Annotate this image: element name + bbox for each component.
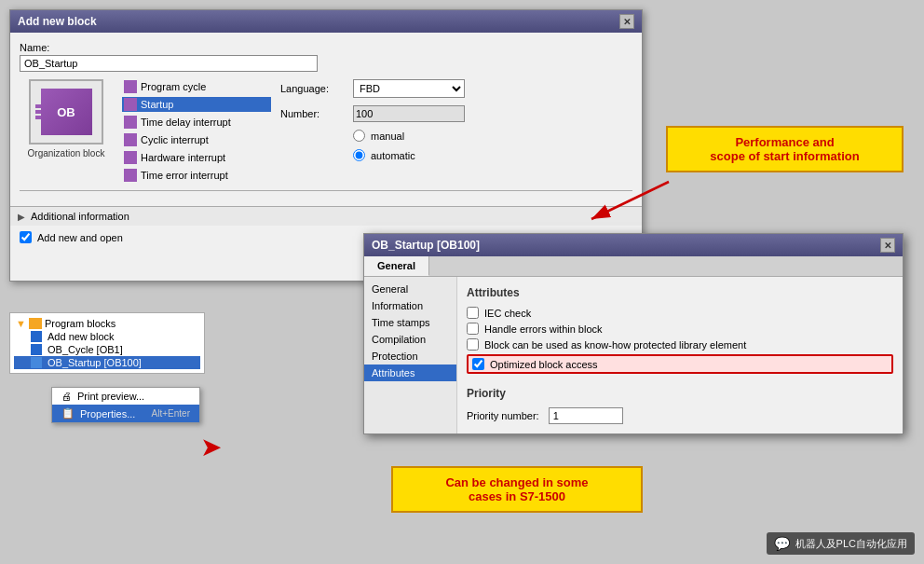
print-label: Print preview... [77,391,144,402]
iec-check-row: IEC check [467,307,893,319]
org-block-box: OB Organization block [20,79,113,183]
right-panel: Language: FBD LAD STL Number: manual [280,79,632,183]
props-icon: 📋 [61,407,75,420]
block-type-time-delay[interactable]: Time delay interrupt [122,115,271,130]
close-button[interactable]: ✕ [619,14,634,29]
nav-attributes[interactable]: Attributes [364,365,456,381]
tree-panel: ▼ Program blocks Add new block OB_Cycle … [9,312,205,374]
attributes-title: Attributes [467,286,893,299]
nav-time-stamps[interactable]: Time stamps [364,314,456,331]
know-how-checkbox[interactable] [467,338,479,351]
optimized-access-label: Optimized block access [490,359,598,370]
changed-annotation: Can be changed in somecases in S7-1500 [391,466,643,513]
add-open-checkbox[interactable] [20,231,32,243]
block-icon-time-delay [124,116,137,129]
handle-errors-label: Handle errors within block [484,323,603,335]
props-titlebar: OB_Startup [OB100] ✕ [364,234,903,256]
props-content: General Information Time stamps Compilat… [364,277,903,433]
separator [20,190,632,191]
tree-folder-icon: ▼ [16,318,26,329]
additional-section[interactable]: ▶ Additional information [10,206,642,226]
optimized-access-checkbox[interactable] [472,358,484,370]
priority-number-label: Priority number: [467,410,539,421]
block-icon-time-error [124,169,137,182]
name-row: Name: [20,42,632,72]
ob-conn-3 [35,116,41,119]
priority-title: Priority [467,387,893,400]
language-label: Language: [280,83,346,94]
props-main: Attributes IEC check Handle errors withi… [457,277,903,433]
context-menu-properties[interactable]: 📋 Properties... Alt+Enter [52,405,199,422]
priority-number-row: Priority number: [467,407,893,424]
handle-errors-row: Handle errors within block [467,323,893,335]
block-type-hardware[interactable]: Hardware interrupt [122,150,271,165]
performance-annotation-text: Performance andscope of start informatio… [710,135,859,163]
props-dialog-title: OB_Startup [OB100] [372,239,480,252]
block-icon-cyclic [124,133,137,146]
org-block-icon: OB [29,79,103,144]
ob-connectors [35,103,41,121]
props-tabs: General [364,256,903,277]
tree-item-ob-startup[interactable]: OB_Startup [OB100] [14,356,200,369]
wechat-watermark: 💬 机器人及PLC自动化应用 [767,532,915,555]
number-row: Number: [280,105,632,122]
props-left-nav: General Information Time stamps Compilat… [364,277,457,433]
context-menu-print[interactable]: 🖨 Print preview... [52,388,199,405]
tab-general[interactable]: General [364,256,429,276]
folder-icon [29,318,42,329]
manual-radio[interactable] [353,130,365,142]
automatic-label: automatic [371,150,415,161]
nav-compilation[interactable]: Compilation [364,331,456,348]
know-how-row: Block can be used as know-how protected … [467,338,893,351]
additional-label: Additional information [31,211,129,222]
ob-conn-2 [35,110,41,114]
attributes-section: Attributes IEC check Handle errors withi… [467,286,893,374]
block-icon-hardware [124,151,137,164]
iec-check-checkbox[interactable] [467,307,479,319]
handle-errors-checkbox[interactable] [467,323,479,335]
number-label: Number: [280,108,346,119]
block-type-cyclic[interactable]: Cyclic interrupt [122,132,271,147]
wechat-icon: 💬 [774,536,790,551]
block-type-program-cycle[interactable]: Program cycle [122,79,271,94]
priority-number-input[interactable] [549,407,623,424]
block-label-time-error: Time error interrupt [141,170,228,181]
context-menu: 🖨 Print preview... 📋 Properties... Alt+E… [51,387,200,423]
tree-icon-add-new [31,331,42,342]
red-arrow-icon: ➤ [200,432,222,462]
automatic-radio[interactable] [353,149,365,161]
tree-icon-ob-cycle [31,344,42,355]
automatic-radio-row: automatic [353,149,632,161]
dialog-body: Name: OB Organization block [10,33,642,206]
tree-icon-ob-startup [31,357,42,368]
language-select[interactable]: FBD LAD STL [353,79,465,98]
language-row: Language: FBD LAD STL [280,79,632,98]
number-input[interactable] [353,105,465,122]
nav-general[interactable]: General [364,281,456,297]
props-label: Properties... [80,408,135,420]
ob-startup-props-dialog: OB_Startup [OB100] ✕ General General Inf… [363,233,904,434]
block-icon-startup [124,98,137,111]
wechat-text: 机器人及PLC自动化应用 [795,537,907,551]
expand-arrow-icon: ▶ [18,212,25,222]
performance-annotation: Performance andscope of start informatio… [666,126,904,172]
block-type-startup[interactable]: Startup [122,97,271,112]
block-label-program-cycle: Program cycle [141,81,206,92]
block-type-time-error[interactable]: Time error interrupt [122,168,271,183]
props-shortcut: Alt+Enter [152,408,190,419]
name-label: Name: [20,42,632,53]
props-close-button[interactable]: ✕ [880,238,895,253]
dialog-titlebar: Add new block ✕ [10,10,642,33]
nav-protection[interactable]: Protection [364,348,456,365]
manual-label: manual [371,131,404,142]
tree-item-add-new[interactable]: Add new block [14,330,200,343]
manual-radio-row: manual [353,130,632,142]
name-input[interactable] [20,55,318,72]
tree-item-program-blocks[interactable]: ▼ Program blocks [14,317,200,330]
tree-item-ob-cycle[interactable]: OB_Cycle [OB1] [14,343,200,356]
org-block-label: Organization block [28,148,105,158]
ob-conn-1 [35,104,41,108]
tree-label-program-blocks: Program blocks [45,318,116,329]
nav-information[interactable]: Information [364,297,456,314]
tree-label-add-new: Add new block [48,331,115,342]
